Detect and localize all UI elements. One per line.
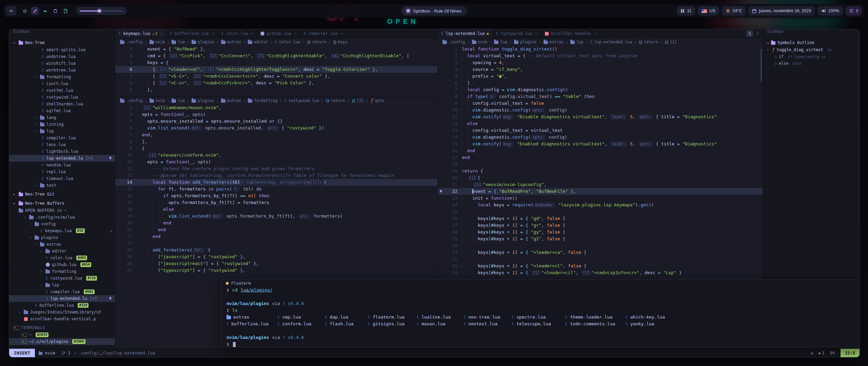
code-buffer[interactable]: 3 event = { "BufRead" },4 cmd = { [1]"Cc…	[115, 46, 437, 93]
breadcrumb-item[interactable]: ☾lsp-extended.lua	[590, 40, 632, 44]
tab-bufferline-lua[interactable]: ☾bufferline.lua×	[166, 29, 218, 38]
close-icon[interactable]: ×	[160, 31, 163, 36]
tree-item-lsp-extended-lu[interactable]: ☾lsp-extended.lu[+]	[9, 295, 115, 302]
tree-item-timeout-lua[interactable]: ☾timeout.lua	[9, 175, 115, 182]
tab-keymaps-lua[interactable]: ☾keymaps.lua⚠3×	[115, 29, 166, 38]
close-icon[interactable]: ×	[294, 31, 296, 36]
tree-item-test[interactable]: ▸test	[9, 182, 115, 189]
tree-item-bufferline-lua[interactable]: ☾bufferline.lua#328	[9, 302, 115, 309]
file-button[interactable]	[61, 7, 70, 15]
tree-item-compiler-lua[interactable]: ☾compiler.lua#682	[9, 288, 115, 295]
tree-item-sqlfmt-lua[interactable]: ☾sqlfmt.lua	[9, 107, 115, 114]
power-button[interactable]	[21, 7, 29, 15]
breadcrumb-item[interactable]: {}[1]	[665, 40, 677, 44]
tree-item-compiler-lua[interactable]: ☾compiler.lua	[9, 135, 115, 141]
breadcrumb-item[interactable]: .config	[120, 40, 142, 44]
tab-lsp-extended-lua[interactable]: ☾lsp-extended.lua●	[438, 29, 492, 38]
tree-item-winshift-lua[interactable]: ☾winshift.lua	[9, 60, 115, 67]
breadcrumb-item[interactable]: {}return	[639, 40, 658, 44]
tree-item-~-c-n-l-plugins[interactable]: >_~/.c/n/l/plugins#3980	[9, 338, 115, 345]
tree-item-worktree-lua[interactable]: ☾worktree.lua	[9, 67, 115, 74]
close-icon[interactable]: ×	[341, 31, 343, 36]
breadcrumb-item[interactable]: .config	[120, 98, 142, 103]
tree-item-repl-lua[interactable]: ☾repl.lua	[9, 168, 115, 175]
breadcrumb-item[interactable]: lsp	[570, 40, 584, 44]
tabpage-1[interactable]: 1	[746, 30, 753, 37]
tree-item-juegos-indies-steamlibrary-st[interactable]: ▸Juegos/Indies/SteamLibrary/st	[9, 309, 115, 316]
breadcrumb-item[interactable]: {}[2]	[352, 98, 364, 103]
tabpage-2[interactable]: 2	[754, 30, 761, 37]
breadcrumb-item[interactable]: nvim	[150, 40, 165, 44]
slider-widget[interactable]	[76, 7, 127, 15]
scrollbar[interactable]	[761, 49, 762, 81]
tree-item-shellharden-lua[interactable]: ☾shellharden.lua	[9, 101, 115, 107]
breadcrumb-item[interactable]: {}return	[326, 98, 345, 103]
close-icon[interactable]: ×	[212, 31, 214, 36]
infinity-button[interactable]: ∞	[41, 7, 49, 15]
outline-symbol-if[interactable]: ◌ifif type(config.vi	[763, 53, 860, 60]
workspaces-widget[interactable]: 9	[846, 6, 862, 16]
breadcrumb-item[interactable]: lua	[494, 40, 507, 44]
slider-knob[interactable]	[98, 9, 101, 13]
tree-item-editor[interactable]: ▾editor	[9, 248, 115, 255]
tree-item-isort-lua[interactable]: ☾isort.lua	[9, 80, 115, 87]
tree-item-rustfmt-lua[interactable]: ☾rustfmt.lua	[9, 87, 115, 94]
tree-item-formatting[interactable]: ▾formatting	[9, 268, 115, 275]
close-icon[interactable]: ×	[535, 31, 537, 36]
tree-item-~[interactable]: >_~#2859	[9, 331, 115, 338]
tree-item-keymaps-lua[interactable]: ☾keymaps.lua#10⚠	[9, 227, 115, 234]
tree-item-rustywind-lua[interactable]: ☾rustywind.lua#726	[9, 275, 115, 282]
tree-item-extras[interactable]: ▾extras	[9, 241, 115, 248]
cwd-segment[interactable]: nvim	[35, 350, 58, 355]
tab-scrollbar-handle-[interactable]: scrollbar-handle–×	[541, 29, 601, 38]
tree-item-undotree-lua[interactable]: ☾undotree.lua	[9, 53, 115, 60]
breadcrumb-item[interactable]: .config	[442, 40, 465, 44]
breadcrumb-item[interactable]: extras	[221, 98, 241, 103]
breadcrumb-item[interactable]: nvim	[472, 40, 488, 44]
section-header-neo-tree-buffers[interactable]: ▾Neo-Tree Buffers	[9, 200, 115, 207]
breadcrumb-item[interactable]: extras	[221, 40, 241, 44]
tree-item-lsp-extended-lu[interactable]: ☾lsp-extended.lu[+]	[9, 155, 115, 162]
breadcrumb-item[interactable]: plugins	[192, 98, 214, 103]
tree-item-github-lua[interactable]: github.lua#654	[9, 261, 115, 268]
tree-item--config-nvim-lua[interactable]: ▾.config/nvim/lua	[9, 214, 115, 221]
clipboard-button[interactable]	[51, 7, 59, 15]
section-header-neo-tree[interactable]: ▾Neo-Tree	[9, 39, 115, 46]
tree-item-config[interactable]: ▾config	[9, 221, 115, 227]
pen-button[interactable]	[31, 7, 39, 15]
outline-symbol-toggle_diag_virtext[interactable]: ▾ƒtoggle_diag_virtextfu	[763, 46, 860, 53]
floaterm-window[interactable]: Floaterm ❯cdlua/plugins/ nvim/lua/plugin…	[221, 280, 860, 347]
breadcrumb-item[interactable]: editor	[248, 40, 268, 44]
tree-item-color-lua[interactable]: ☾color.lua#493	[9, 255, 115, 261]
launcher-button[interactable]	[6, 6, 16, 16]
breadcrumb-item[interactable]: lua	[172, 98, 185, 103]
breadcrumb-item[interactable]: extras	[544, 40, 564, 44]
outline-symbol-else[interactable]: ◌elseelse	[763, 60, 860, 67]
breadcrumb-item[interactable]: ☾color.lua	[275, 40, 300, 44]
tab-github-lua[interactable]: github.lua×	[257, 29, 300, 38]
breadcrumb-item[interactable]: ☾rustywind.lua	[284, 98, 319, 103]
breadcrumb-item[interactable]: nvim	[150, 98, 165, 103]
tree-item-lightbulb-lua[interactable]: ☾lightbulb.lua	[9, 148, 115, 155]
date-widget[interactable]: jueves, noviembre 16, 2023	[748, 6, 815, 16]
breadcrumb-item[interactable]: plugins	[192, 40, 214, 44]
breadcrumb-item[interactable]: ƒopts	[371, 98, 384, 103]
tree-item-lang[interactable]: ▸lang	[9, 114, 115, 121]
code-buffer[interactable]: 1local function toggle_diag_virtext()2 l…	[438, 46, 763, 276]
code-buffer[interactable]: 3 [1]"williamboman/mason.nvim",4 opts = …	[115, 104, 437, 274]
tree-item-neodim-lua[interactable]: ☾neodim.lua	[9, 162, 115, 168]
tab-rustywind-lua[interactable]: ☾rustywind.lua×	[492, 29, 541, 38]
breadcrumb-item[interactable]: formatting	[248, 98, 277, 103]
close-icon[interactable]: ×	[595, 31, 597, 36]
tab-color-lua[interactable]: ☾color.lua×	[218, 29, 257, 38]
breadcrumb-item[interactable]: plugins	[514, 40, 536, 44]
tab-compiler-lua[interactable]: ☾compiler.lua×	[300, 29, 347, 38]
section-header-neo-tree-git[interactable]: ▸Neo-Tree Git	[9, 190, 115, 198]
section-header-terminals[interactable]: >_TERMINALS	[9, 324, 115, 331]
window-count-widget[interactable]: 11	[677, 6, 695, 16]
tree-item-formatting[interactable]: ▾formatting	[9, 74, 115, 80]
tree-item-linting[interactable]: ▸linting	[9, 121, 115, 128]
tree-item-lens-lua[interactable]: ☾lens.lua	[9, 141, 115, 148]
tree-item-lsp[interactable]: ▾lsp	[9, 128, 115, 135]
breadcrumb-item[interactable]: {}return	[307, 40, 326, 44]
